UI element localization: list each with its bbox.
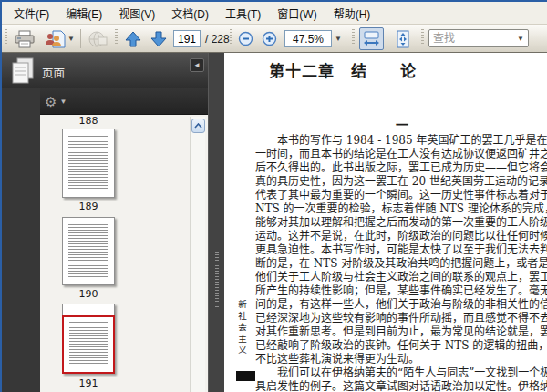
zoom-dropdown-button[interactable]: ▼	[332, 30, 345, 47]
text-line: 已经敲响了阶级政治的丧钟。任何关于 NTS 的逻辑的扭曲，都	[255, 339, 547, 353]
toolbar: ▼ / 228	[2, 25, 547, 53]
text-line: 一时间，而且本书的结论是在工人没有达成协议便返回矿井之	[255, 148, 547, 161]
text-line: 已经深深地为这些较有影响的事件所动摇，而且感觉不得不去	[255, 312, 547, 325]
text-line: 所产生的持续性影响；但是，某些事件确实已经发生了。毫无疑	[255, 284, 547, 298]
text-line: 问的是，有这样一些人，他们关于政治与阶级的非相关性的信念	[255, 298, 547, 312]
scroll-up-icon	[194, 123, 202, 129]
text-line-rest: ，因为这一罢工在 20 世纪英国劳工运动的记录中	[321, 175, 547, 188]
zoom-out-icon	[238, 31, 253, 46]
previous-page-button[interactable]	[120, 27, 145, 50]
thumbnails-panel: 188 189 190 191	[40, 115, 208, 392]
toolbar-grip[interactable]	[230, 29, 232, 48]
text-line: 具启发性的例子。这篇文章试图对话语政治加以定性。伊格纳	[255, 380, 547, 392]
fit-width-button[interactable]	[359, 27, 384, 50]
zoom-out-button[interactable]	[235, 27, 256, 50]
thumbnail-page-190[interactable]	[62, 217, 115, 285]
toolbar-grip[interactable]	[5, 29, 7, 48]
toolbar-grip[interactable]	[352, 29, 355, 48]
content-area: 页面 ◄ ⚙ ▼ 188 189 190	[2, 53, 547, 392]
scroll-up-button[interactable]	[191, 119, 205, 133]
text-line: 真的具历史性，因为这一罢工在 20 世纪英国劳工运动的记录中	[255, 175, 547, 189]
previous-page-icon	[124, 30, 142, 48]
text-line: 断的是，在 NTS 对阶级及其政治共鸣的把握问题上，或者是在	[255, 257, 547, 271]
text-line: 对其作重新思考。但是到目前为止，最为常见的结论就是，罢工	[255, 325, 547, 339]
thumbnail-label-190[interactable]: 190	[60, 288, 117, 300]
text-line: 运动。这并不是说，在此时，阶级政治的问题比以往任何时候都	[255, 230, 547, 243]
find-box: ▼	[428, 29, 529, 47]
navigation-icon-strip	[2, 88, 40, 392]
find-dropdown-arrow[interactable]: ▼	[517, 35, 528, 43]
thumbnail-label-191[interactable]: 191	[60, 377, 117, 389]
text-line: 能够对其加以理解和把握之后而发动的第一次重要的工人阶级	[255, 216, 547, 230]
sidebar-header: 页面 ◄	[2, 53, 208, 88]
panel-splitter[interactable]	[208, 53, 224, 392]
menu-help[interactable]: 帮助(H)	[325, 3, 379, 24]
text-line: 不比这些葬礼演说来得更为生动。	[255, 353, 547, 366]
toolbar-grip[interactable]	[421, 29, 424, 48]
text-line: 本书的写作与 1984 - 1985 年英国矿工的罢工几乎是在同	[255, 134, 547, 148]
thumbnails-scrollbar[interactable]	[190, 117, 205, 392]
text-line: 他们关于工人阶级与社会主义政治之间的联系的观点上，罢工	[255, 271, 547, 284]
collapse-arrow-icon: ◄	[193, 61, 201, 69]
text-line: 后不久得出的。此书出版之际，罢工已成为历史——但它将会	[255, 161, 547, 175]
share-button-disabled	[86, 27, 111, 50]
zoom-level-value[interactable]: 47.5%	[284, 30, 332, 47]
fit-page-icon	[395, 30, 411, 48]
printer-icon	[14, 30, 36, 48]
menu-window[interactable]: 窗口(W)	[269, 3, 325, 24]
share-globe-icon	[88, 30, 108, 48]
thumbnails-options-bar: ⚙ ▼	[40, 88, 208, 115]
print-button[interactable]	[11, 27, 38, 50]
menu-tools[interactable]: 工具(T)	[217, 3, 269, 24]
find-input[interactable]	[429, 32, 517, 45]
fit-page-button[interactable]	[390, 27, 415, 50]
chevron-down-icon: ▼	[335, 35, 342, 43]
menu-view[interactable]: 视图(V)	[110, 3, 163, 24]
text-line: 更具急迫性。本书写作时，可能是太快了以至于我们无法去判	[255, 243, 547, 257]
zoom-in-button[interactable]	[259, 27, 280, 50]
zoom-in-icon	[262, 31, 277, 46]
margin-ink-block	[236, 371, 255, 381]
thumbnail-label-188: 188	[60, 115, 117, 127]
text-line: 代表了其中最为重要的一个瞬间。这一历史性事件标志着对于	[255, 189, 547, 202]
pages-panel-title: 页面	[42, 64, 65, 81]
splitter-grip-icon	[215, 252, 219, 308]
options-gear-icon[interactable]: ⚙	[45, 95, 57, 108]
menu-edit[interactable]: 编辑(E)	[57, 3, 110, 24]
book-margin-label: 新社会主义	[237, 300, 248, 357]
section-marker: 一	[255, 115, 547, 133]
page-number-input[interactable]	[173, 30, 201, 47]
visible-area-rect[interactable]	[62, 315, 115, 374]
options-dropdown-arrow[interactable]: ▼	[59, 98, 67, 106]
next-page-button[interactable]	[146, 27, 170, 50]
collaborate-icon	[44, 30, 66, 48]
fit-width-icon	[363, 31, 380, 47]
text-line: 我们可以在伊格纳第夫的“陌生人与同志”一文找到一个极	[255, 366, 547, 380]
page-total-label: / 228	[205, 33, 230, 46]
toolbar-grip[interactable]	[115, 29, 118, 48]
menu-file[interactable]: 文件(F)	[5, 3, 57, 24]
thumbnail-text-preview	[68, 224, 108, 279]
thumbnail-page-189[interactable]	[62, 129, 115, 198]
thumbnail-text-preview	[69, 322, 108, 366]
collaborate-dropdown-arrow: ▼	[67, 35, 75, 43]
collaborate-button[interactable]: ▼	[42, 27, 77, 50]
collapse-panel-button[interactable]: ◄	[190, 58, 204, 72]
next-page-icon	[150, 30, 168, 48]
document-page[interactable]: 第十二章 结 论 一 本书的写作与 1984 - 1985 年英国矿工的罢工几乎…	[224, 53, 547, 392]
text-line: NTS 的一次重要的检验，标志着伴随 NTS 理论体系的完成，并	[255, 202, 547, 216]
thumbnail-page-191-selected[interactable]	[62, 304, 115, 374]
pages-icon	[9, 57, 36, 86]
thumbnail-label-189[interactable]: 189	[60, 201, 117, 212]
pdf-viewer-window: 文件(F) 编辑(E) 视图(V) 文档(D) 工具(T) 窗口(W) 帮助(H…	[0, 0, 547, 392]
emphasized-text: 真的具历史性	[255, 175, 321, 188]
menu-document[interactable]: 文档(D)	[163, 3, 217, 24]
body-text: 本书的写作与 1984 - 1985 年英国矿工的罢工几乎是在同 一时间，而且本…	[255, 134, 547, 392]
menu-bar: 文件(F) 编辑(E) 视图(V) 文档(D) 工具(T) 窗口(W) 帮助(H…	[2, 2, 547, 25]
thumbnail-text-preview	[68, 136, 108, 191]
chapter-title: 第十二章 结 论	[269, 58, 417, 81]
toolbar-separator	[80, 29, 81, 48]
